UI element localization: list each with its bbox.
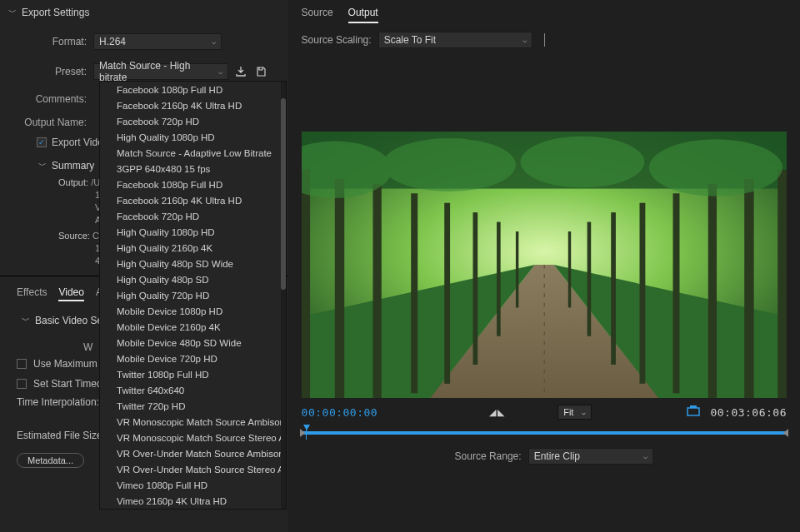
svg-rect-18 — [639, 203, 645, 384]
preset-option[interactable]: High Quality 1080p HD — [100, 224, 286, 240]
preset-option[interactable]: 3GPP 640x480 15 fps — [100, 161, 286, 177]
preset-option[interactable]: Match Source - Adaptive Low Bitrate — [100, 145, 286, 161]
svg-rect-15 — [744, 179, 753, 398]
svg-rect-10 — [444, 203, 450, 384]
svg-rect-13 — [516, 231, 518, 307]
export-video-checkbox[interactable]: Export Video — [37, 137, 109, 148]
text-cursor — [544, 33, 545, 47]
preset-option[interactable]: VR Over-Under Match Source Stereo Audio — [100, 461, 286, 477]
chevron-down-icon: ⌵ — [218, 67, 222, 76]
checkbox-icon[interactable] — [17, 379, 27, 389]
preset-option[interactable]: Mobile Device 2160p 4K — [100, 319, 286, 335]
svg-rect-26 — [688, 408, 699, 415]
video-preview — [302, 132, 787, 398]
svg-rect-16 — [708, 184, 716, 398]
source-scaling-select[interactable]: Scale To Fit ⌵ — [378, 32, 532, 48]
svg-point-23 — [382, 138, 516, 191]
output-name-label: Output Name: — [0, 117, 93, 128]
chevron-down-icon: ﹀ — [38, 160, 47, 172]
checkbox-icon[interactable] — [17, 359, 27, 369]
preset-option[interactable]: High Quality 480p SD — [100, 271, 286, 287]
svg-rect-11 — [472, 212, 478, 365]
chevron-down-icon: ﹀ — [22, 315, 30, 326]
preset-option[interactable]: Twitter 720p HD — [100, 398, 286, 414]
zoom-fit-select[interactable]: Fit ⌵ — [558, 405, 592, 420]
preset-option[interactable]: Vimeo 1080p Full HD — [100, 477, 286, 493]
svg-rect-9 — [411, 193, 418, 393]
svg-rect-6 — [302, 170, 310, 398]
timeline[interactable] — [302, 425, 787, 441]
svg-rect-14 — [778, 170, 787, 398]
preset-option[interactable]: Facebook 2160p 4K Ultra HD — [100, 192, 286, 208]
tab-effects[interactable]: Effects — [17, 286, 47, 301]
preset-option[interactable]: Facebook 720p HD — [100, 208, 286, 224]
preset-option[interactable]: High Quality 1080p HD — [100, 129, 286, 145]
source-range-select[interactable]: Entire Clip ⌵ — [528, 448, 653, 465]
preset-option[interactable]: VR Monoscopic Match Source Stereo Audio — [100, 430, 286, 445]
svg-rect-7 — [334, 179, 343, 398]
format-value: H.264 — [99, 36, 126, 47]
output-label: Output: — [58, 177, 88, 187]
preset-option[interactable]: Mobile Device 720p HD — [100, 351, 286, 366]
source-scaling-value: Scale To Fit — [384, 34, 436, 46]
tab-video[interactable]: Video — [58, 286, 83, 301]
save-preset-icon[interactable] — [253, 64, 268, 79]
chevron-down-icon: ⌵ — [582, 409, 586, 416]
svg-rect-8 — [372, 184, 381, 398]
tab-source[interactable]: Source — [302, 7, 333, 23]
preset-value: Match Source - High bitrate — [99, 60, 218, 83]
preset-option[interactable]: Facebook 1080p Full HD — [100, 82, 286, 97]
svg-rect-27 — [690, 405, 697, 408]
tab-output[interactable]: Output — [348, 7, 378, 23]
mark-out-icon[interactable]: ◣ — [498, 407, 504, 418]
preview-image — [302, 132, 787, 398]
preset-option[interactable]: Facebook 720p HD — [100, 113, 286, 129]
format-label: Format: — [0, 36, 93, 47]
preset-select[interactable]: Match Source - High bitrate ⌵ — [93, 63, 228, 80]
preset-option[interactable]: Mobile Device 1080p HD — [100, 303, 286, 319]
svg-rect-19 — [611, 212, 616, 365]
scrollbar-thumb[interactable] — [281, 98, 286, 290]
playhead[interactable] — [302, 425, 310, 436]
preset-option[interactable]: Vimeo 2160p 4K Ultra HD — [100, 493, 286, 509]
export-settings-header[interactable]: ﹀ Export Settings — [0, 0, 288, 22]
timeline-track[interactable] — [302, 431, 787, 435]
preset-option[interactable]: Facebook 2160p 4K Ultra HD — [100, 97, 286, 113]
chevron-down-icon: ⌵ — [643, 452, 648, 460]
svg-rect-12 — [497, 222, 501, 336]
metadata-button[interactable]: Metadata... — [17, 453, 84, 468]
format-select[interactable]: H.264 ⌵ — [93, 33, 222, 50]
timecode-start[interactable]: 00:00:00:00 — [302, 406, 378, 419]
preset-option[interactable]: Facebook 1080p Full HD — [100, 177, 286, 192]
source-range-value: Entire Clip — [534, 450, 580, 462]
preset-option[interactable]: VR Over-Under Match Source Ambisonics — [100, 445, 286, 461]
checkbox-checked-icon — [37, 137, 47, 147]
preset-option[interactable]: Twitter 1080p Full HD — [100, 366, 286, 382]
chevron-down-icon: ﹀ — [8, 7, 17, 18]
mark-in-icon[interactable]: ◢ — [489, 407, 496, 418]
dropdown-scrollbar[interactable] — [281, 82, 286, 509]
preset-option[interactable]: Twitter 640x640 — [100, 382, 286, 398]
source-label: Source: — [58, 231, 90, 241]
preset-option[interactable]: Mobile Device 480p SD Wide — [100, 335, 286, 351]
preset-option[interactable]: High Quality 720p HD — [100, 287, 286, 303]
svg-point-25 — [649, 139, 782, 196]
svg-point-24 — [520, 137, 644, 188]
download-preset-icon[interactable] — [233, 64, 248, 79]
svg-rect-17 — [672, 193, 679, 393]
est-label: Estimated File Size: — [17, 430, 105, 441]
preset-dropdown[interactable]: Facebook 1080p Full HDFacebook 2160p 4K … — [99, 81, 287, 510]
svg-rect-20 — [587, 222, 591, 336]
preset-option[interactable]: High Quality 2160p 4K — [100, 240, 286, 256]
preset-option[interactable]: VR Monoscopic Match Source Ambisonics — [100, 414, 286, 430]
preset-option[interactable]: High Quality 480p SD Wide — [100, 256, 286, 271]
timecode-end: 00:03:06:06 — [710, 406, 787, 419]
safe-margins-icon[interactable] — [687, 405, 700, 420]
svg-rect-21 — [568, 231, 570, 307]
chevron-down-icon: ⌵ — [212, 37, 216, 46]
out-handle[interactable] — [783, 429, 788, 437]
source-range-label: Source Range: — [455, 450, 522, 462]
summary-title: Summary — [52, 160, 94, 172]
comments-label: Comments: — [0, 93, 93, 105]
preset-label: Preset: — [0, 66, 93, 77]
